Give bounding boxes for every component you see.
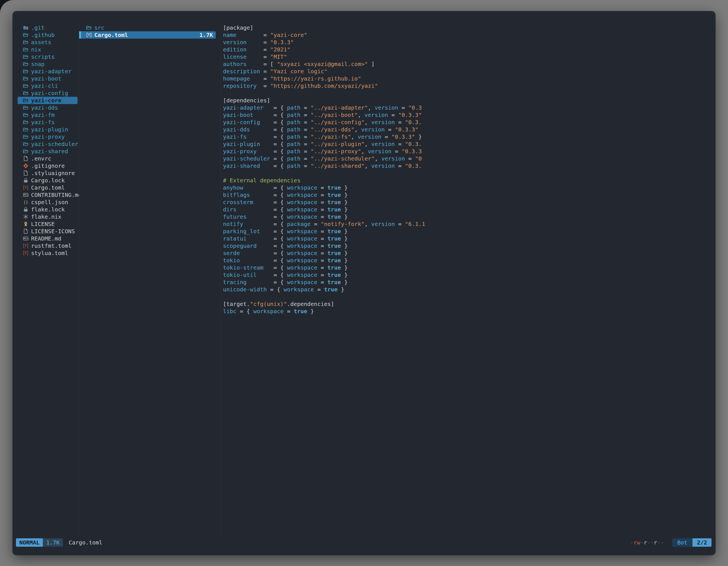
code-token: "../yazi-fs": [311, 133, 351, 140]
lock-icon: [22, 206, 29, 213]
file-row[interactable]: snap: [18, 60, 78, 68]
code-token: version: [358, 133, 381, 140]
code-token: =: [246, 53, 270, 60]
file-row[interactable]: LICENSE: [18, 220, 78, 228]
code-token: =: [257, 83, 270, 89]
folder-icon: [85, 24, 93, 31]
status-left-section: NORMAL 1.7K Cargo.toml: [16, 538, 102, 547]
code-token: = {: [236, 308, 253, 314]
code-token: }: [341, 192, 347, 198]
toml-icon: [22, 184, 29, 191]
svg-text:{}: {}: [24, 200, 28, 205]
code-token: }: [341, 243, 347, 249]
code-token: bitflags: [223, 192, 250, 198]
preview-line: [package]: [223, 24, 710, 31]
code-token: version: [371, 119, 395, 126]
file-row[interactable]: LICENSE-ICONS: [18, 228, 78, 235]
file-row[interactable]: Cargo.toml: [18, 184, 78, 191]
code-token: }: [341, 235, 347, 242]
file-row[interactable]: yazi-proxy: [18, 133, 78, 140]
file-row[interactable]: flake.nix: [18, 213, 78, 220]
file-row[interactable]: yazi-core: [18, 97, 78, 104]
code-token: true: [327, 192, 341, 198]
file-row[interactable]: Cargo.toml1.7K: [79, 31, 216, 39]
file-row[interactable]: .git: [18, 24, 78, 31]
file-name: .gitignore: [31, 162, 65, 170]
file-row[interactable]: flake.lock: [18, 206, 78, 213]
code-token: "0.3.3": [395, 126, 418, 133]
file-row[interactable]: README.md: [18, 235, 78, 242]
file-row[interactable]: yazi-config: [18, 90, 78, 97]
file-row[interactable]: {}cspell.json: [18, 199, 78, 206]
code-token: yazi-fs: [223, 133, 246, 140]
preview-line: unicode-width = { workspace = true }: [223, 286, 710, 293]
file-row[interactable]: stylua.toml: [18, 250, 78, 257]
code-token: = {: [250, 126, 287, 133]
file-name: flake.nix: [31, 213, 61, 220]
file-row[interactable]: src: [79, 24, 216, 31]
file-preview-pane[interactable]: [package]name = "yazi-core"version = "0.…: [221, 24, 710, 536]
code-token: =: [317, 272, 327, 278]
file-row[interactable]: Cargo.lock: [18, 177, 78, 184]
file-row[interactable]: yazi-fs: [18, 119, 78, 126]
folder-icon: [22, 53, 29, 60]
code-token: }: [341, 272, 347, 278]
file-name: stylua.toml: [31, 250, 68, 257]
code-token: =: [300, 141, 311, 147]
file-row[interactable]: .styluaignore: [18, 170, 78, 177]
file-row[interactable]: yazi-fm: [18, 111, 78, 119]
code-token: =: [300, 133, 311, 140]
preview-line: tokio-util = { workspace = true }: [223, 271, 710, 279]
code-token: version: [375, 104, 398, 111]
code-token: = {: [246, 279, 287, 285]
preview-line: tokio = { workspace = true }: [223, 257, 710, 264]
scroll-position-badge: Bot: [672, 538, 692, 547]
code-token: = [: [246, 61, 277, 67]
file-row[interactable]: assets: [18, 39, 78, 46]
code-token: workspace: [287, 257, 317, 264]
file-row[interactable]: yazi-shared: [18, 148, 78, 155]
code-token: =: [317, 213, 327, 220]
file-row[interactable]: nix: [18, 46, 78, 53]
file-row[interactable]: yazi-cli: [18, 82, 78, 90]
code-token: =: [317, 192, 327, 198]
file-row[interactable]: scripts: [18, 53, 78, 60]
code-token: = {: [257, 148, 287, 155]
code-token: = {: [250, 192, 287, 198]
file-row[interactable]: yazi-plugin: [18, 126, 78, 133]
file-name: .git: [31, 24, 44, 31]
file-row[interactable]: rustfmt.toml: [18, 242, 78, 250]
current-directory-pane[interactable]: srcCargo.toml1.7K: [79, 24, 221, 536]
code-token: true: [327, 279, 341, 285]
file-name: scripts: [31, 53, 55, 60]
code-token: yazi-shared: [223, 163, 260, 169]
file-row[interactable]: yazi-dds: [18, 104, 78, 111]
code-token: workspace: [287, 264, 317, 271]
file-row[interactable]: yazi-boot: [18, 75, 78, 82]
code-token: license: [223, 53, 246, 60]
file-row[interactable]: CONTRIBUTING.md: [18, 191, 78, 199]
code-token: "https://github.com/sxyazi/yazi": [270, 83, 378, 89]
code-token: true: [324, 286, 337, 293]
code-token: unicode-width: [223, 286, 267, 293]
code-token: [package]: [223, 24, 253, 31]
preview-line: name = "yazi-core": [223, 31, 710, 39]
code-token: = {: [257, 272, 287, 278]
folder-icon: [22, 97, 29, 104]
code-token: tracing: [223, 279, 246, 285]
file-row[interactable]: .gitignore: [18, 162, 78, 170]
code-token: workspace: [287, 272, 317, 278]
preview-line: repository = "https://github.com/sxyazi/…: [223, 82, 710, 90]
preview-line: serde = { workspace = true }: [223, 250, 710, 257]
folder-icon: [22, 75, 29, 82]
file-row[interactable]: .github: [18, 31, 78, 39]
file-name: flake.lock: [31, 206, 65, 213]
file-row[interactable]: yazi-adapter: [18, 68, 78, 75]
parent-directory-pane[interactable]: .git.githubassetsnixscriptssnapyazi-adap…: [18, 24, 79, 536]
file-row[interactable]: yazi-scheduler: [18, 140, 78, 148]
code-token: true: [327, 199, 341, 206]
code-token: workspace: [287, 279, 317, 285]
code-token: =: [317, 199, 327, 206]
file-name: .styluaignore: [31, 170, 75, 177]
file-row[interactable]: .envrc: [18, 155, 78, 162]
